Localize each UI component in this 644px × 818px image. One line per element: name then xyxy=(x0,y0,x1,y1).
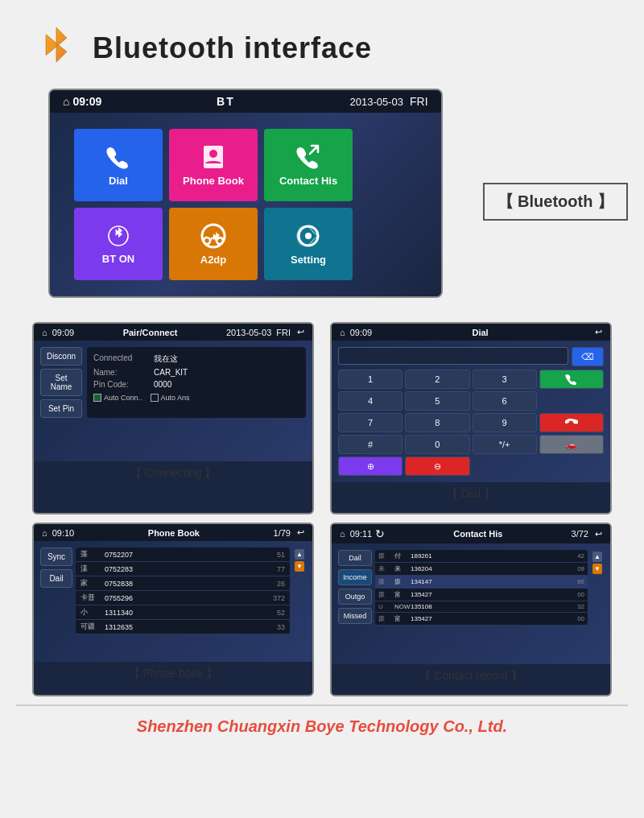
contact-row-0[interactable]: 拨 付 189261 42 xyxy=(375,550,588,563)
dial-display[interactable] xyxy=(338,347,568,365)
auto-ans-checkbox[interactable] xyxy=(151,394,159,402)
contact-label: Contact His xyxy=(385,529,571,539)
backspace-button[interactable]: ⌫ xyxy=(572,347,604,366)
tile-setting[interactable]: Setting xyxy=(264,208,353,280)
pin-value: 0000 xyxy=(154,380,171,389)
pb-row-4[interactable]: 小 1311340 52 xyxy=(76,605,290,620)
contact-missed-button[interactable]: Missed xyxy=(338,608,372,624)
pb-name-4: 小 xyxy=(80,607,105,618)
contact-scroll-up[interactable]: ▲ xyxy=(592,552,602,562)
contact-num-0: 189261 xyxy=(411,552,568,560)
set-name-button[interactable]: Set Name xyxy=(40,369,82,396)
dial-back-icon[interactable]: ↩ xyxy=(595,327,602,337)
dial-car-button[interactable]: 🚗 xyxy=(539,435,604,454)
dial-3[interactable]: 3 xyxy=(473,370,537,389)
auto-conn-label: Auto Conn.. xyxy=(104,394,142,402)
dial-7[interactable]: 7 xyxy=(338,413,402,432)
sync-button[interactable]: Sync xyxy=(40,547,72,566)
dial-star[interactable]: */+ xyxy=(473,435,537,454)
dial-add-button[interactable]: ⊕ xyxy=(338,457,402,476)
svg-marker-0 xyxy=(46,27,67,62)
phonebook-label: Phone Book xyxy=(74,528,273,538)
auto-conn-item[interactable]: Auto Conn.. xyxy=(93,394,142,402)
dial-hash[interactable]: # xyxy=(338,435,402,454)
phonebook-top-bar: ⌂ 09:10 Phone Book 1/79 ↩ xyxy=(34,524,312,541)
main-time: 09:09 xyxy=(72,95,101,108)
pb-row-5[interactable]: 可疆 1312635 33 xyxy=(76,620,290,634)
contact-name-1: 来 xyxy=(394,564,411,573)
main-day: FRI xyxy=(410,95,428,108)
auto-conn-checkbox[interactable] xyxy=(93,394,101,402)
contact-dail-button[interactable]: Dail xyxy=(338,550,372,566)
phonebook-home-icon[interactable]: ⌂ xyxy=(42,528,47,538)
dial-4[interactable]: 4 xyxy=(338,391,402,411)
dial-8[interactable]: 8 xyxy=(405,413,469,432)
auto-ans-item[interactable]: Auto Ans xyxy=(151,394,190,402)
tile-a2dp[interactable]: A2dp xyxy=(169,208,258,280)
contact-outgo-button[interactable]: Outgo xyxy=(338,589,372,605)
contact-type-4: U xyxy=(378,603,394,610)
dial-call-button[interactable] xyxy=(539,370,604,389)
pb-idx-2: 26 xyxy=(269,580,285,588)
contact-row-2[interactable]: 拨 拨 134147 66 xyxy=(375,576,588,589)
footer: Shenzhen Chuangxin Boye Technology Co., … xyxy=(16,704,628,744)
main-screen: ⌂ 09:09 BT 2013-05-03 FRI Dial xyxy=(48,89,443,298)
dial-1[interactable]: 1 xyxy=(338,370,402,389)
scroll-down-button[interactable]: ▼ xyxy=(295,561,304,572)
contact-row-3[interactable]: 拨 富 135427 00 xyxy=(375,589,588,601)
contact-name-5: 富 xyxy=(394,614,411,623)
main-screen-content: Dial Phone Book xyxy=(50,113,441,296)
tile-bton[interactable]: BT ON xyxy=(74,208,163,280)
dial-9[interactable]: 9 xyxy=(473,413,537,432)
contact-name-0: 付 xyxy=(394,552,411,560)
tile-contacthis[interactable]: Contact His xyxy=(264,129,353,201)
pb-row-1[interactable]: 漾 0752283 77 xyxy=(76,562,290,576)
connecting-home-icon[interactable]: ⌂ xyxy=(42,328,47,337)
pb-idx-1: 77 xyxy=(269,565,285,573)
pb-row-3[interactable]: 卡普 0755296 372 xyxy=(76,591,290,605)
main-date: 2013-05-03 xyxy=(350,96,404,108)
footer-text: Shenzhen Chuangxin Boye Technology Co., … xyxy=(137,717,507,735)
dial-0[interactable]: 0 xyxy=(405,435,469,454)
set-pin-button[interactable]: Set Pin xyxy=(40,399,82,418)
pb-idx-4: 52 xyxy=(269,609,285,617)
pb-row-2[interactable]: 家 0752838 26 xyxy=(76,576,290,591)
dial-6[interactable]: 6 xyxy=(473,391,537,411)
bton-icon xyxy=(106,224,130,248)
status-value: 我在这 xyxy=(154,353,178,365)
contact-caption: 【 Contact record 】 xyxy=(332,669,610,684)
dial-2[interactable]: 2 xyxy=(405,370,469,389)
contact-income-button[interactable]: Income xyxy=(338,569,372,585)
dial-home-icon[interactable]: ⌂ xyxy=(340,328,345,337)
tile-phonebook[interactable]: Phone Book xyxy=(169,129,258,201)
tile-phonebook-label: Phone Book xyxy=(183,175,244,187)
contact-top-bar: ⌂ 09:11 ↻ Contact His 3/72 ↩ xyxy=(332,524,610,543)
tile-dial[interactable]: Dial xyxy=(74,129,163,201)
dial-5[interactable]: 5 xyxy=(405,391,469,411)
phonebook-icon xyxy=(200,144,226,170)
header-section: Bluetooth interface xyxy=(0,0,644,89)
contact-row-1[interactable]: 来 来 136204 09 xyxy=(375,563,588,576)
dial-end-button[interactable] xyxy=(539,413,604,432)
phonebook-back-icon[interactable]: ↩ xyxy=(297,527,304,538)
scroll-up-button[interactable]: ▲ xyxy=(295,549,304,560)
name-value: CAR_KIT xyxy=(154,368,188,377)
contact-back-icon[interactable]: ↩ xyxy=(595,529,602,539)
dial-top-bar: ⌂ 09:09 Dial ↩ xyxy=(332,324,610,341)
connecting-back-icon[interactable]: ↩ xyxy=(297,327,304,337)
pb-row-0[interactable]: 藻 0752207 51 xyxy=(76,547,290,562)
pb-dail-button[interactable]: Dail xyxy=(40,569,72,588)
name-label: Name: xyxy=(93,368,146,377)
contact-home-icon[interactable]: ⌂ xyxy=(340,529,345,539)
connecting-time: 09:09 xyxy=(52,328,75,337)
home-icon[interactable]: ⌂ xyxy=(63,95,69,108)
contact-row-5[interactable]: 拨 富 135427 00 xyxy=(375,613,588,626)
auto-ans-label: Auto Ans xyxy=(161,394,190,402)
contact-row-4[interactable]: U NOWN 135108 32 xyxy=(375,601,588,613)
contact-scroll: ▲ ▼ xyxy=(591,550,604,626)
contact-scroll-down[interactable]: ▼ xyxy=(592,564,602,574)
name-row: Name: CAR_KIT xyxy=(93,368,299,377)
dial-numpad: 1 2 3 4 5 6 7 8 9 # xyxy=(338,370,604,476)
dial-del-button[interactable]: ⊖ xyxy=(405,457,469,476)
disconn-button[interactable]: Disconn xyxy=(40,347,82,366)
